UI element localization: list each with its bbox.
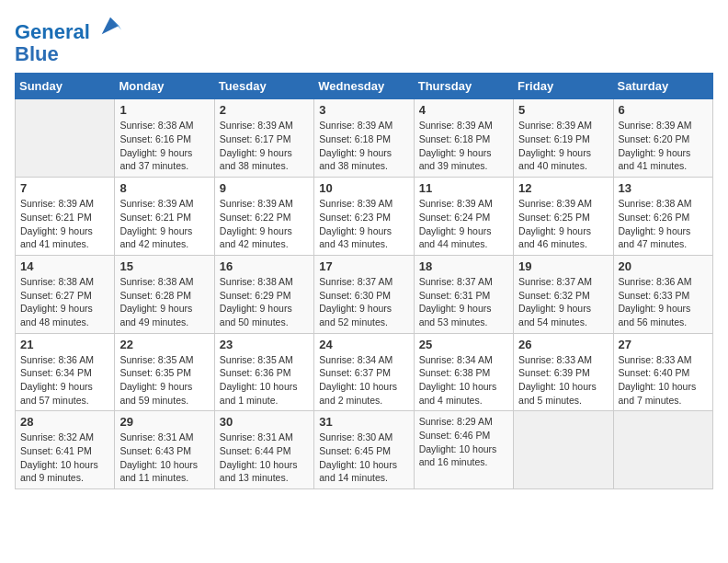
day-info: Sunrise: 8:39 AM Sunset: 6:21 PM Dayligh…	[119, 197, 209, 251]
calendar-cell: 2Sunrise: 8:39 AM Sunset: 6:17 PM Daylig…	[214, 99, 313, 178]
day-info: Sunrise: 8:33 AM Sunset: 6:40 PM Dayligh…	[619, 353, 708, 408]
day-number: 24	[319, 338, 408, 351]
day-info: Sunrise: 8:35 AM Sunset: 6:35 PM Dayligh…	[119, 353, 209, 408]
logo-blue-text: Blue	[15, 43, 123, 65]
day-info: Sunrise: 8:39 AM Sunset: 6:17 PM Dayligh…	[220, 119, 309, 173]
day-number: 26	[518, 338, 608, 351]
day-number: 28	[20, 415, 109, 429]
weekday-header-friday: Friday	[514, 74, 613, 99]
day-info: Sunrise: 8:38 AM Sunset: 6:28 PM Dayligh…	[119, 275, 209, 329]
calendar-week-row: 21Sunrise: 8:36 AM Sunset: 6:34 PM Dayli…	[16, 333, 713, 411]
day-info: Sunrise: 8:34 AM Sunset: 6:37 PM Dayligh…	[319, 353, 408, 408]
logo-icon	[97, 13, 123, 39]
calendar-cell: 27Sunrise: 8:33 AM Sunset: 6:40 PM Dayli…	[613, 333, 712, 411]
logo-text: General	[15, 15, 123, 43]
day-number: 2	[220, 103, 309, 117]
day-number: 20	[619, 259, 708, 273]
calendar-cell	[613, 411, 712, 489]
day-info: Sunrise: 8:33 AM Sunset: 6:39 PM Dayligh…	[518, 353, 608, 408]
weekday-header-monday: Monday	[115, 74, 214, 99]
day-number: 10	[319, 181, 408, 195]
day-number: 1	[119, 103, 209, 117]
calendar-cell: 19Sunrise: 8:37 AM Sunset: 6:32 PM Dayli…	[514, 255, 613, 333]
day-info: Sunrise: 8:37 AM Sunset: 6:32 PM Dayligh…	[518, 275, 608, 329]
day-number: 22	[119, 338, 209, 351]
calendar-header-row: SundayMondayTuesdayWednesdayThursdayFrid…	[16, 74, 713, 99]
day-info: Sunrise: 8:37 AM Sunset: 6:30 PM Dayligh…	[319, 275, 408, 329]
day-info: Sunrise: 8:39 AM Sunset: 6:25 PM Dayligh…	[518, 197, 608, 251]
calendar-cell: 30Sunrise: 8:31 AM Sunset: 6:44 PM Dayli…	[214, 411, 313, 489]
calendar-cell: 12Sunrise: 8:39 AM Sunset: 6:25 PM Dayli…	[514, 178, 613, 256]
day-info: Sunrise: 8:36 AM Sunset: 6:34 PM Dayligh…	[20, 353, 109, 408]
day-number: 11	[419, 181, 508, 195]
weekday-header-sunday: Sunday	[16, 74, 115, 99]
day-number: 4	[419, 103, 508, 117]
day-info: Sunrise: 8:29 AM Sunset: 6:46 PM Dayligh…	[419, 415, 508, 469]
day-number: 12	[518, 181, 608, 195]
calendar-cell: 5Sunrise: 8:39 AM Sunset: 6:19 PM Daylig…	[514, 99, 613, 178]
day-number: 17	[319, 259, 408, 273]
day-number: 3	[319, 103, 408, 117]
day-number: 31	[319, 415, 408, 429]
weekday-header-thursday: Thursday	[414, 74, 513, 99]
day-info: Sunrise: 8:39 AM Sunset: 6:22 PM Dayligh…	[220, 197, 309, 251]
day-number: 29	[119, 415, 209, 429]
day-number: 19	[518, 259, 608, 273]
day-info: Sunrise: 8:39 AM Sunset: 6:21 PM Dayligh…	[20, 197, 109, 251]
weekday-header-tuesday: Tuesday	[214, 74, 313, 99]
day-info: Sunrise: 8:39 AM Sunset: 6:18 PM Dayligh…	[319, 119, 408, 173]
calendar-week-row: 28Sunrise: 8:32 AM Sunset: 6:41 PM Dayli…	[16, 411, 713, 489]
calendar-week-row: 1Sunrise: 8:38 AM Sunset: 6:16 PM Daylig…	[16, 99, 713, 178]
day-info: Sunrise: 8:36 AM Sunset: 6:33 PM Dayligh…	[619, 275, 708, 329]
calendar-cell: 28Sunrise: 8:32 AM Sunset: 6:41 PM Dayli…	[16, 411, 115, 489]
day-info: Sunrise: 8:38 AM Sunset: 6:16 PM Dayligh…	[119, 119, 209, 173]
day-info: Sunrise: 8:32 AM Sunset: 6:41 PM Dayligh…	[20, 431, 109, 485]
day-info: Sunrise: 8:39 AM Sunset: 6:23 PM Dayligh…	[319, 197, 408, 251]
day-number: 21	[20, 338, 109, 351]
day-info: Sunrise: 8:39 AM Sunset: 6:20 PM Dayligh…	[619, 119, 708, 173]
calendar-cell: 13Sunrise: 8:38 AM Sunset: 6:26 PM Dayli…	[613, 178, 712, 256]
calendar-table: SundayMondayTuesdayWednesdayThursdayFrid…	[15, 73, 713, 489]
logo: General Blue	[15, 15, 123, 65]
calendar-cell: 9Sunrise: 8:39 AM Sunset: 6:22 PM Daylig…	[214, 178, 313, 256]
day-info: Sunrise: 8:31 AM Sunset: 6:43 PM Dayligh…	[119, 431, 209, 485]
day-number: 13	[619, 181, 708, 195]
calendar-cell: 29Sunrise: 8:31 AM Sunset: 6:43 PM Dayli…	[115, 411, 214, 489]
calendar-week-row: 7Sunrise: 8:39 AM Sunset: 6:21 PM Daylig…	[16, 178, 713, 256]
calendar-cell: 24Sunrise: 8:34 AM Sunset: 6:37 PM Dayli…	[314, 333, 414, 411]
day-info: Sunrise: 8:35 AM Sunset: 6:36 PM Dayligh…	[220, 353, 309, 408]
day-number: 27	[619, 338, 708, 351]
calendar-cell: 25Sunrise: 8:34 AM Sunset: 6:38 PM Dayli…	[414, 333, 513, 411]
calendar-cell: 23Sunrise: 8:35 AM Sunset: 6:36 PM Dayli…	[214, 333, 313, 411]
calendar-cell: 3Sunrise: 8:39 AM Sunset: 6:18 PM Daylig…	[314, 99, 414, 178]
calendar-cell: 16Sunrise: 8:38 AM Sunset: 6:29 PM Dayli…	[214, 255, 313, 333]
calendar-cell: 1Sunrise: 8:38 AM Sunset: 6:16 PM Daylig…	[115, 99, 214, 178]
weekday-header-wednesday: Wednesday	[314, 74, 414, 99]
day-number: 16	[220, 259, 309, 273]
day-number: 6	[619, 103, 708, 117]
day-info: Sunrise: 8:37 AM Sunset: 6:31 PM Dayligh…	[419, 275, 508, 329]
day-number: 7	[20, 181, 109, 195]
day-info: Sunrise: 8:34 AM Sunset: 6:38 PM Dayligh…	[419, 353, 508, 408]
day-number: 14	[20, 259, 109, 273]
day-number: 8	[119, 181, 209, 195]
day-number: 25	[419, 338, 508, 351]
calendar-cell: 14Sunrise: 8:38 AM Sunset: 6:27 PM Dayli…	[16, 255, 115, 333]
calendar-cell: 15Sunrise: 8:38 AM Sunset: 6:28 PM Dayli…	[115, 255, 214, 333]
day-info: Sunrise: 8:39 AM Sunset: 6:18 PM Dayligh…	[419, 119, 508, 173]
calendar-cell: 26Sunrise: 8:33 AM Sunset: 6:39 PM Dayli…	[514, 333, 613, 411]
calendar-cell: 10Sunrise: 8:39 AM Sunset: 6:23 PM Dayli…	[314, 178, 414, 256]
calendar-cell: 21Sunrise: 8:36 AM Sunset: 6:34 PM Dayli…	[16, 333, 115, 411]
day-info: Sunrise: 8:38 AM Sunset: 6:27 PM Dayligh…	[20, 275, 109, 329]
day-number: 30	[220, 415, 309, 429]
calendar-cell: 18Sunrise: 8:37 AM Sunset: 6:31 PM Dayli…	[414, 255, 513, 333]
calendar-cell: 7Sunrise: 8:39 AM Sunset: 6:21 PM Daylig…	[16, 178, 115, 256]
day-info: Sunrise: 8:38 AM Sunset: 6:26 PM Dayligh…	[619, 197, 708, 251]
calendar-cell: 6Sunrise: 8:39 AM Sunset: 6:20 PM Daylig…	[613, 99, 712, 178]
calendar-cell: 8Sunrise: 8:39 AM Sunset: 6:21 PM Daylig…	[115, 178, 214, 256]
day-info: Sunrise: 8:31 AM Sunset: 6:44 PM Dayligh…	[220, 431, 309, 485]
day-info: Sunrise: 8:39 AM Sunset: 6:24 PM Dayligh…	[419, 197, 508, 251]
calendar-cell: 11Sunrise: 8:39 AM Sunset: 6:24 PM Dayli…	[414, 178, 513, 256]
calendar-cell: 20Sunrise: 8:36 AM Sunset: 6:33 PM Dayli…	[613, 255, 712, 333]
day-number: 18	[419, 259, 508, 273]
